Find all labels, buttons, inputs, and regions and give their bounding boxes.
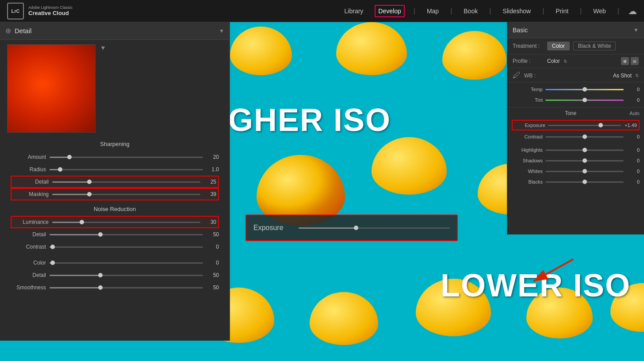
sharpening-section: Amount 20 Radius 1.0: [0, 149, 230, 202]
color-detail-slider[interactable]: [50, 271, 203, 280]
nav-book[interactable]: Book: [461, 6, 480, 16]
nav-divider-4: |: [542, 7, 544, 15]
color-detail-value: 50: [207, 272, 219, 278]
nav-print[interactable]: Print: [553, 6, 571, 16]
bw-treatment-btn[interactable]: Black & White: [573, 42, 616, 50]
blacks-value: 0: [626, 179, 640, 184]
nav-divider-2: |: [450, 7, 452, 15]
profile-icons: ▦ ▤: [621, 57, 639, 65]
right-panel-title: Basic: [513, 27, 528, 34]
cloud-icon[interactable]: ☁: [628, 6, 637, 16]
noise-reduction-label: Noise Reduction: [0, 202, 230, 214]
blacks-slider[interactable]: [545, 178, 624, 186]
luminance-label: Luminance: [13, 219, 49, 225]
blacks-row: Blacks 0: [512, 177, 640, 187]
lum-contrast-label: Contrast: [11, 244, 46, 250]
detail-row: Detail 25: [11, 176, 219, 188]
temp-value: 0: [626, 87, 640, 92]
temp-label: Temp: [512, 87, 543, 92]
profile-row: Profile : Color ⇅ ▦ ▤: [507, 54, 644, 68]
luminance-value: 30: [204, 219, 216, 225]
nav-library[interactable]: Library: [342, 6, 366, 16]
tint-value: 0: [626, 97, 640, 103]
sharpening-section-label: Sharpening: [0, 137, 230, 149]
lum-contrast-slider[interactable]: [50, 242, 203, 251]
luminance-slider[interactable]: [52, 218, 200, 227]
tone-label: Tone: [512, 110, 629, 116]
right-panel: Basic ▼ Treatment : Color Black & White …: [507, 22, 644, 234]
contrast-slider[interactable]: [545, 133, 624, 141]
nav-slideshow[interactable]: Slideshow: [500, 6, 533, 16]
app-title-top: Adobe Lightroom Classic: [28, 5, 73, 10]
radius-slider[interactable]: [50, 165, 203, 174]
whites-label: Whites: [512, 169, 543, 174]
thumbnail-arrow[interactable]: ▼: [100, 44, 106, 51]
lemon-4: [336, 22, 407, 75]
wb-label: WB :: [524, 73, 537, 79]
whites-slider[interactable]: [545, 167, 624, 175]
lum-detail-slider[interactable]: [50, 230, 203, 239]
shadows-label: Shadows: [512, 158, 543, 163]
center-exposure-slider[interactable]: [299, 223, 450, 232]
shadows-row: Shadows 0: [512, 155, 640, 166]
highlights-slider[interactable]: [545, 146, 624, 154]
lemon-14: [310, 292, 378, 345]
profile-icon-2[interactable]: ▤: [631, 57, 639, 65]
radius-label: Radius: [11, 166, 46, 173]
navbar-left: LrC Adobe Lightroom Classic Creative Clo…: [7, 3, 73, 19]
panel-arrow-icon[interactable]: ▼: [219, 28, 224, 34]
shadows-slider[interactable]: [545, 157, 624, 165]
color-label: Color: [11, 260, 46, 266]
amount-slider[interactable]: [50, 153, 203, 161]
tint-slider[interactable]: [545, 96, 624, 104]
highlights-label: Highlights: [512, 147, 543, 153]
amount-label: Amount: [11, 154, 46, 160]
app-logo: LrC: [7, 3, 24, 19]
highlights-row: Highlights 0: [512, 145, 640, 155]
right-panel-header: Basic ▼: [507, 22, 644, 38]
profile-icon-1[interactable]: ▦: [621, 57, 629, 65]
detail-slider[interactable]: [52, 177, 200, 186]
right-panel-arrow[interactable]: ▼: [633, 27, 639, 33]
app-title: Adobe Lightroom Classic Creative Cloud: [28, 5, 73, 16]
detail-thumbnail: [7, 44, 96, 133]
smoothness-slider[interactable]: [50, 283, 203, 292]
color-treatment-btn[interactable]: Color: [547, 42, 570, 50]
masking-row: Masking 39: [11, 188, 219, 200]
color-slider[interactable]: [50, 258, 203, 267]
navbar: LrC Adobe Lightroom Classic Creative Clo…: [0, 0, 644, 22]
lemon-3: [230, 27, 292, 75]
eyedropper-icon[interactable]: 🖊: [513, 71, 521, 80]
blacks-label: Blacks: [512, 179, 543, 184]
luminance-row: Luminance 30: [11, 216, 219, 228]
temp-slider[interactable]: [545, 85, 624, 93]
profile-select[interactable]: Color: [547, 58, 560, 64]
contrast-label: Contrast: [512, 134, 543, 139]
tone-sliders: Exposure +1.49 Contrast 0: [507, 117, 644, 189]
profile-select-arrow: ⇅: [564, 59, 567, 64]
contrast-value: 0: [626, 134, 640, 139]
left-panel: ⊕ Detail ▼ ▼ Sharpening Amount: [0, 22, 230, 341]
lemon-9: [372, 137, 447, 195]
nav-develop[interactable]: Develop: [375, 5, 404, 17]
masking-label: Masking: [13, 191, 49, 197]
tint-row: Tint 0: [512, 95, 640, 105]
detail-value: 25: [204, 179, 216, 185]
exposure-slider[interactable]: [548, 121, 621, 129]
temp-row: Temp 0: [512, 84, 640, 95]
highlights-value: 0: [626, 147, 640, 153]
masking-slider[interactable]: [52, 190, 200, 199]
lum-detail-row: Detail 50: [11, 228, 219, 241]
color-detail-row: Detail 50: [11, 269, 219, 281]
nav-divider-3: |: [489, 7, 491, 15]
wb-sliders: Temp 0 Tint 0: [507, 82, 644, 107]
nav-web[interactable]: Web: [590, 6, 609, 16]
masking-value: 39: [204, 191, 216, 197]
main-content: HIGHER ISO LOWER ISO Exposure: [0, 22, 644, 361]
color-row: Color 0: [11, 257, 219, 269]
lum-detail-label: Detail: [11, 231, 46, 238]
wb-select[interactable]: As Shot: [613, 73, 632, 79]
nav-map[interactable]: Map: [424, 6, 441, 16]
detail-thumbnail-area: ▼: [0, 40, 230, 137]
tone-auto-btn[interactable]: Auto: [629, 111, 640, 116]
